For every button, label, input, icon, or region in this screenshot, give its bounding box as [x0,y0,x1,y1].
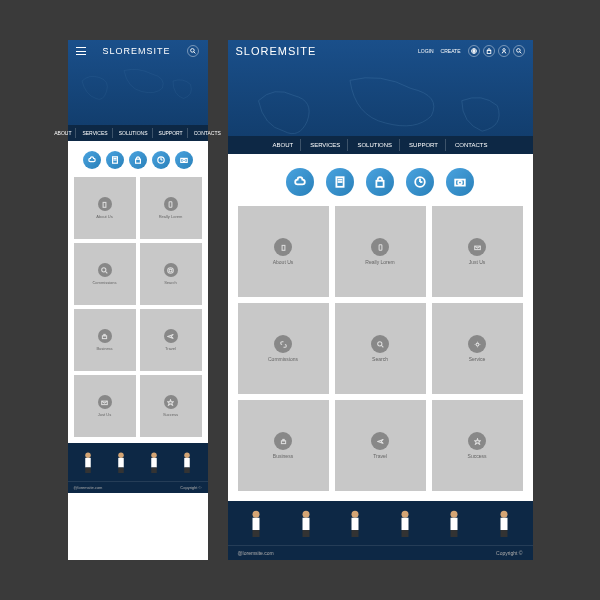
search-icon[interactable] [187,45,199,57]
nav-contacts[interactable]: CONTACTS [448,139,495,151]
svg-line-1 [194,52,196,54]
svg-rect-11 [103,202,106,207]
people-band [228,501,533,545]
login-link[interactable]: LOGIN [418,48,434,54]
svg-point-35 [502,49,504,51]
svg-rect-62 [352,518,359,530]
svg-point-64 [401,511,408,518]
svg-point-23 [118,452,124,458]
person-icon [114,451,128,473]
nav-services[interactable]: SERVICES [303,139,348,151]
nav-solutions[interactable]: SOLUTIONS [350,139,400,151]
tile[interactable]: Really Lorem [335,206,426,297]
document-icon[interactable] [326,168,354,196]
svg-rect-71 [500,518,507,530]
tile[interactable]: Travel [335,400,426,491]
nav-solutions[interactable]: SOLUTIONS [115,128,153,138]
nav-contacts[interactable]: CONTACTS [190,128,225,138]
tile[interactable]: Service [432,303,523,394]
worldmap-icon [228,60,533,136]
cloud-icon[interactable] [286,168,314,196]
feature-row [228,154,533,206]
svg-rect-68 [451,518,458,530]
svg-rect-18 [104,334,105,335]
svg-rect-48 [379,244,382,250]
navbar: ABOUT SERVICES SOLUTIONS SUPPORT CONTACT… [228,136,533,154]
footer-email: @loremsite.com [238,550,274,556]
svg-point-55 [253,511,260,518]
svg-rect-54 [282,439,283,440]
svg-point-61 [352,511,359,518]
lock-icon[interactable] [483,45,495,57]
building-icon [274,238,292,256]
lock-icon[interactable] [366,168,394,196]
cloud-icon[interactable] [83,151,101,169]
navbar: ABOUT SERVICES SOLUTIONS SUPPORT CONTACT… [68,125,208,141]
tile[interactable]: Commissions [74,243,136,305]
svg-point-20 [85,452,91,458]
nav-support[interactable]: SUPPORT [155,128,188,138]
people-band [68,443,208,481]
globe-icon[interactable] [468,45,480,57]
svg-rect-30 [184,458,190,468]
lock-icon[interactable] [129,151,147,169]
camera-icon[interactable] [175,151,193,169]
tile[interactable]: Search [335,303,426,394]
svg-point-10 [182,159,184,161]
tile[interactable]: Commissions [238,303,329,394]
tile[interactable]: About Us [238,206,329,297]
gear-icon [164,263,178,277]
tile[interactable]: About Us [74,177,136,239]
tile[interactable]: Travel [140,309,202,371]
svg-point-70 [500,511,507,518]
tile[interactable]: Business [74,309,136,371]
nav-about[interactable]: ABOUT [50,128,76,138]
svg-rect-59 [302,518,309,530]
svg-rect-69 [451,530,458,537]
person-icon [346,509,364,537]
tile[interactable]: Just Us [432,206,523,297]
clock-icon[interactable] [152,151,170,169]
menu-icon[interactable] [76,47,86,55]
svg-rect-34 [487,50,491,53]
tile[interactable]: Business [238,400,329,491]
svg-rect-66 [401,530,408,537]
star-icon [164,395,178,409]
document-icon[interactable] [106,151,124,169]
person-icon [297,509,315,537]
person-icon [396,509,414,537]
building-icon [98,197,112,211]
svg-rect-65 [401,518,408,530]
nav-support[interactable]: SUPPORT [402,139,446,151]
brand-logo: SLOREMSITE [102,46,170,56]
svg-rect-47 [282,245,285,250]
clock-icon[interactable] [406,168,434,196]
mobile-mockup: SLOREMSITE ABOUT SERVICES SOLUTIONS SUPP… [68,40,208,560]
svg-point-58 [302,511,309,518]
svg-point-46 [458,181,462,185]
footer-copy: Copyright © [496,550,522,556]
search-icon [371,335,389,353]
tile[interactable]: Just Us [74,375,136,437]
footer: @loremsite.com Copyright © [228,545,533,560]
tile[interactable]: Success [140,375,202,437]
phone-icon [371,238,389,256]
create-link[interactable]: CREATE [441,48,461,54]
svg-point-16 [168,267,174,273]
svg-rect-27 [151,458,157,468]
nav-services[interactable]: SERVICES [78,128,112,138]
user-icon[interactable] [498,45,510,57]
tile[interactable]: Really Lorem [140,177,202,239]
person-icon [180,451,194,473]
tile[interactable]: Search [140,243,202,305]
tile-grid: About Us Really Lorem Commissions Search… [68,177,208,443]
svg-rect-60 [302,530,309,537]
mail-icon [98,395,112,409]
search-icon[interactable] [513,45,525,57]
tile[interactable]: Success [432,400,523,491]
nav-about[interactable]: ABOUT [265,139,301,151]
hero: SLOREMSITE LOGIN CREATE [228,40,533,136]
footer: @loremsite.com Copyright © [68,481,208,493]
svg-line-14 [105,271,107,273]
camera-icon[interactable] [446,168,474,196]
